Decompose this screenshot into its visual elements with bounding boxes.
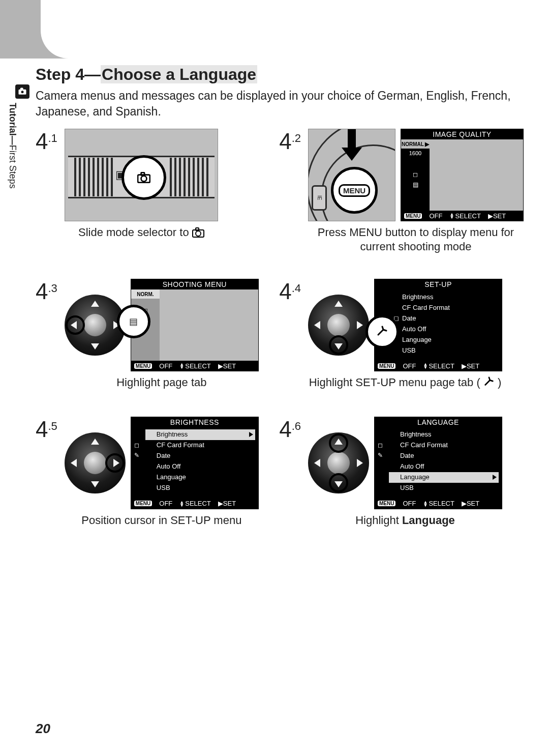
dpad-down-highlight-icon: [329, 335, 348, 355]
wrench-icon: [483, 376, 495, 391]
camera-icon: [192, 227, 204, 241]
dpad-control: [308, 432, 369, 493]
lcd-sidebar-norm: NORM.: [131, 289, 160, 299]
lcd-screen: IMAGE QUALITY NORMAL▶ 1600 ◻ ▤: [401, 129, 524, 221]
lcd-bottombar: MENU OFF ▲▼SELECT ▶SET: [131, 361, 258, 371]
page-number: 20: [36, 721, 50, 737]
dpad-up-highlight-icon: [329, 433, 348, 453]
menu-item: Language: [391, 334, 499, 345]
page-corner-grey: [0, 0, 24, 59]
step-caption: Highlight page tab: [116, 375, 206, 390]
camera-tab-icon: ◻: [143, 307, 148, 314]
menu-chip-label: MENU: [134, 363, 152, 369]
svg-point-10: [196, 231, 201, 236]
bottom-select-label: ▲▼SELECT: [179, 500, 211, 507]
magnifier-icon: [121, 155, 166, 200]
bottom-off-label: OFF: [429, 212, 442, 220]
menu-item: CF Card Format: [145, 440, 255, 451]
lcd-sidebar-1600: 1600: [401, 149, 430, 158]
bottom-select-label: ▲▼SELECT: [423, 362, 454, 370]
step-4-1: 4.1 ▣ ⦿: [36, 129, 264, 253]
camera-tab-icon: ◻: [134, 442, 139, 449]
lcd-screen: BRIGHTNESS ◻ ✎: [131, 417, 259, 509]
other-button-icon: IE: [312, 185, 327, 211]
bottom-off-label: OFF: [159, 362, 172, 370]
bottom-select-label: ▲▼SELECT: [179, 362, 211, 370]
page-corner-band: [0, 0, 549, 59]
bottom-set-label: ▶SET: [462, 500, 479, 507]
bottom-set-label: ▶SET: [462, 362, 479, 370]
lcd-bottombar: MENU OFF ▲▼SELECT ▶SET: [401, 211, 523, 221]
step-4-4: 4.4 SET-UP: [279, 279, 524, 391]
setup-tab-icon: ✎: [378, 452, 383, 459]
step-caption: Highlight SET-UP menu page tab ( ): [309, 375, 502, 391]
step-4-6: 4.6 LANGUAGE: [279, 417, 524, 528]
menu-item: Brightness: [389, 429, 499, 440]
menu-item: Date: [145, 451, 255, 461]
menu-item: USB: [389, 483, 499, 493]
menu-chip-label: MENU: [339, 184, 370, 197]
bottom-off-label: OFF: [403, 362, 416, 370]
step-caption: Slide mode selector to: [78, 225, 204, 241]
lcd-bottombar: MENU OFF ▲▼SELECT ▶SET: [375, 499, 502, 509]
svg-rect-2: [21, 88, 23, 90]
setup-tab-icon: ▤: [413, 181, 418, 188]
setup-tab-icon: ✎: [134, 452, 139, 459]
menu-item: Brightness: [145, 429, 255, 440]
step-4-2: 4.2 IE MENU: [279, 129, 524, 253]
setup-tab-icon: ▤: [142, 317, 148, 324]
dpad-down-highlight-icon: [329, 473, 348, 492]
menu-button-illustration: IE MENU: [308, 129, 395, 221]
menu-chip-label: MENU: [378, 501, 395, 506]
lcd-screen: SET-UP Brightness CF Card Format ◻Date: [374, 279, 502, 371]
svg-rect-11: [196, 228, 199, 230]
bottom-set-label: ▶SET: [218, 362, 236, 370]
page-title: Step 4—Choose a Language: [36, 65, 524, 84]
lcd-title: SHOOTING MENU: [131, 279, 258, 289]
svg-rect-8: [141, 172, 144, 175]
lcd-screen: SHOOTING MENU NORM. ◻ ▤: [131, 279, 259, 371]
step-caption: Press MENU button to display menu for cu…: [308, 225, 524, 253]
step-number: 4.4: [279, 279, 301, 304]
step-number: 4.6: [279, 417, 301, 442]
menu-chip-label: MENU: [378, 363, 395, 369]
dpad-left-highlight-icon: [66, 315, 85, 335]
menu-item: CF Card Format: [389, 440, 499, 451]
arrow-down-icon: [342, 129, 362, 163]
bottom-select-label: ▲▼SELECT: [423, 500, 454, 507]
menu-item: Auto Off: [389, 461, 499, 472]
dpad-control: [65, 432, 126, 493]
menu-item: Auto Off: [391, 324, 499, 334]
bottom-select-label: ▲▼SELECT: [449, 212, 481, 220]
menu-chip-label: MENU: [404, 213, 422, 219]
step-caption: Position cursor in SET-UP menu: [81, 513, 241, 528]
lcd-title: SET-UP: [375, 279, 502, 289]
step-number: 4.3: [36, 279, 57, 304]
menu-item: Date: [389, 451, 499, 461]
step-4-3: 4.3 SHOOTING MENU: [36, 279, 264, 391]
bottom-set-label: ▶SET: [488, 212, 506, 220]
step-number: 4.5: [36, 417, 57, 442]
menu-item: Language: [389, 472, 499, 483]
lcd-screen: LANGUAGE ◻ ✎: [374, 417, 502, 509]
menu-item: USB: [391, 345, 499, 356]
intro-text: Camera menus and messages can be display…: [36, 88, 524, 120]
lcd-bottombar: MENU OFF ▲▼SELECT ▶SET: [375, 361, 502, 371]
menu-chip-label: MENU: [134, 501, 152, 506]
step-caption: Highlight Language: [355, 513, 455, 528]
camera-tab-icon: ◻: [413, 171, 418, 178]
bottom-off-label: OFF: [159, 500, 172, 507]
bottom-set-label: ▶SET: [218, 500, 236, 507]
lcd-title: LANGUAGE: [375, 417, 502, 427]
menu-item: ◻Date: [391, 313, 499, 324]
menu-item: Auto Off: [145, 461, 255, 472]
menu-item: Language: [145, 472, 255, 483]
step-number: 4.1: [36, 129, 57, 154]
dpad-control: [308, 295, 369, 356]
tutorial-tab-icon: [15, 84, 29, 99]
menu-item: CF Card Format: [391, 302, 499, 313]
lcd-bottombar: MENU OFF ▲▼SELECT ▶SET: [131, 499, 258, 509]
lcd-title: BRIGHTNESS: [131, 417, 258, 427]
svg-point-7: [141, 176, 146, 182]
menu-item: Brightness: [391, 292, 499, 302]
